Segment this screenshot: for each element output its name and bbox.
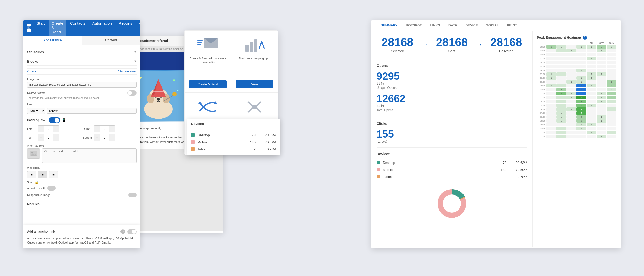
main-nav: Start Create & Send Contacts Automation … (33, 20, 140, 36)
feature-card-create: Create & Send with our easy to use edito… (184, 30, 231, 93)
analytics-tablet-dot (377, 175, 380, 178)
mobile-icon: 📱 (62, 118, 66, 122)
heatmap-help-icon[interactable]: ? (583, 36, 587, 40)
sent-label: Sent (431, 49, 473, 53)
right-label: Right (83, 127, 92, 130)
desktop-name: Desktop (197, 133, 249, 137)
track-view-btn[interactable]: View (236, 80, 273, 88)
link-input[interactable] (47, 108, 137, 114)
pie-chart (377, 185, 527, 222)
blocks-chevron: ▼ (134, 60, 137, 63)
bottom-dec[interactable]: − (94, 134, 100, 141)
desktop-dot (191, 133, 195, 137)
responsive-img-row: Responsive image (27, 193, 137, 197)
align-center-btn[interactable]: ≡ (38, 171, 47, 178)
align-right-btn[interactable]: ≡ (49, 171, 58, 178)
delivered-value: 28168 (485, 37, 527, 48)
devices-overlay-body: Desktop 73 28.63% Mobile 180 70.59% Tabl… (187, 129, 280, 155)
nav-automation[interactable]: Automation (89, 20, 115, 36)
editor-tabs: Appearance Content (23, 36, 140, 45)
padding-controls: Left − + Right − + (27, 125, 137, 141)
tab-data[interactable]: DATA (444, 20, 461, 31)
unique-opens-pct: 33% (377, 81, 527, 85)
anchor-toggle[interactable] (127, 229, 137, 234)
right-dec[interactable]: − (94, 126, 100, 132)
alt-text-input[interactable] (42, 148, 137, 163)
sat-label: SAT (597, 42, 607, 44)
right-inc[interactable]: + (109, 126, 115, 132)
top-dec[interactable]: − (38, 134, 44, 141)
to-container-btn[interactable]: ^ to container (118, 70, 137, 73)
adjust-width-row: Adjust to width (27, 186, 137, 191)
bottom-value[interactable] (101, 136, 108, 139)
editor-body: Structures ▼ Blocks ▼ < back ^ to contai… (23, 45, 140, 208)
back-btn[interactable]: < back (27, 70, 36, 73)
feature-card-track-text: Track your campaign p... (239, 57, 270, 60)
anchor-help-icon[interactable]: ? (120, 229, 125, 234)
top-inc[interactable]: + (53, 134, 59, 141)
rollover-toggle[interactable] (127, 90, 137, 96)
editor-topbar: ✉ Start Create & Send Contacts Automatio… (23, 20, 140, 36)
app-logo: ✉ (27, 24, 31, 32)
feature-card-create-text: Create & Send with our easy to use edito… (189, 57, 227, 65)
size-label: Size (27, 181, 32, 184)
bottom-inc[interactable]: + (109, 134, 115, 141)
right-value[interactable] (101, 127, 108, 130)
resp-label: Responsive image (27, 193, 51, 197)
tab-content[interactable]: Content (82, 36, 140, 45)
left-dec[interactable]: − (38, 126, 44, 132)
chart-icon (244, 37, 265, 53)
padding-bottom-row: Bottom − + (83, 134, 137, 141)
nav-contacts[interactable]: Contacts (67, 20, 89, 36)
nav-reports[interactable]: Reports (116, 20, 136, 36)
left-label: Left (27, 127, 36, 130)
analytics-devices: Devices Desktop 73 28.63% Mobile 180 70.… (377, 152, 527, 180)
tab-print[interactable]: PRINT (503, 20, 521, 31)
left-inc[interactable]: + (53, 126, 59, 132)
tablet-dot (191, 147, 195, 151)
svg-marker-25 (260, 41, 263, 44)
editor-panel: ✉ Start Create & Send Contacts Automatio… (23, 20, 140, 248)
nav-create-send[interactable]: Create & Send (49, 20, 66, 36)
stat-selected: 28168 Selected (377, 37, 418, 53)
analytics-desktop-dot (377, 161, 380, 164)
modules-row: Modules (27, 200, 137, 206)
link-type-select[interactable]: Site ▼ (27, 108, 45, 114)
align-left-btn[interactable]: ≡ (27, 171, 36, 178)
tab-social[interactable]: SOCIAL (482, 20, 503, 31)
tab-appearance[interactable]: Appearance (23, 36, 82, 45)
arrow-2: → (475, 41, 483, 49)
alt-text-label: Alternate text (27, 144, 137, 147)
tab-hotspot[interactable]: HOTSPOT (402, 20, 426, 31)
image-path-input[interactable] (27, 82, 137, 88)
analytics-panel: SUMMARY HOTSPOT LINKS DATA DEVICE SOCIAL… (371, 20, 621, 248)
tab-summary[interactable]: SUMMARY (377, 20, 402, 31)
nav-start[interactable]: Start (33, 20, 48, 36)
heatmap-panel: Peak Engagement Heatmap ? FRI SAT SUN (532, 31, 621, 247)
analytics-tabs: SUMMARY HOTSPOT LINKS DATA DEVICE SOCIAL… (371, 20, 621, 31)
svg-point-12 (157, 98, 160, 101)
top-value[interactable] (45, 136, 52, 139)
analytics-devices-title: Devices (377, 152, 527, 156)
padding-more-toggle[interactable] (49, 117, 60, 123)
fri-label: FRI (587, 42, 596, 44)
create-send-btn[interactable]: Create & Send (189, 80, 227, 88)
envelope-icon (197, 37, 218, 53)
tab-device[interactable]: DEVICE (461, 20, 482, 31)
svg-marker-27 (198, 101, 202, 104)
selected-value: 28168 (377, 37, 418, 48)
structures-header[interactable]: Structures ▼ (27, 48, 137, 56)
devices-overlay: Devices Desktop 73 28.63% Mobile 180 70.… (187, 119, 280, 155)
heatmap-grid-container: FRI SAT SUN 00:0021112101:0011102:0003:0… (537, 42, 616, 138)
blocks-header[interactable]: Blocks ▼ (27, 57, 137, 66)
resp-toggle[interactable] (128, 193, 137, 197)
tab-links[interactable]: LINKS (426, 20, 445, 31)
device-row-mobile: Mobile 180 70.59% (191, 139, 276, 146)
analytics-device-tablet: Tablet 2 0.78% (377, 173, 527, 180)
mobile-name: Mobile (197, 140, 247, 144)
left-stepper: − + (38, 125, 59, 132)
adj-toggle[interactable] (47, 186, 56, 191)
image-path-label: Image path (27, 78, 137, 81)
left-value[interactable] (45, 127, 52, 130)
nav-account[interactable]: Account (136, 20, 140, 36)
